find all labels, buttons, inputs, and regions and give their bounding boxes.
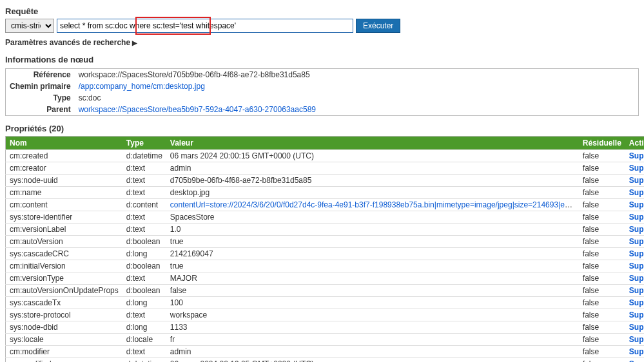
delete-link[interactable]: Supprimer [629,151,644,160]
delete-link[interactable]: Supprimer [629,335,644,344]
prop-type: d:long [122,248,166,260]
prop-type: d:content [122,199,166,211]
table-row: sys:node-uuidd:textd705b9be-06fb-4f68-ae… [6,175,645,187]
table-row: cm:autoVersionOnUpdatePropsd:booleanfals… [6,285,645,297]
prop-residual: false [579,321,625,334]
delete-link[interactable]: Supprimer [629,213,644,222]
prop-name: cm:created [6,150,122,162]
prop-residual: false [579,162,625,175]
delete-link[interactable]: Supprimer [629,225,644,234]
delete-link[interactable]: Supprimer [629,164,644,173]
prop-value: SpacesStore [166,211,579,224]
prop-value-link[interactable]: contentUrl=store://2024/3/6/20/0/f0d27d4… [170,200,579,209]
prop-residual: false [579,236,625,248]
prop-action: Supprimer [625,309,644,321]
query-title: Requête [5,6,639,16]
prop-action: Supprimer [625,150,644,162]
query-language-select[interactable]: cmis-strict [5,19,54,33]
node-path-link[interactable]: /app:company_home/cm:desktop.jpg [79,82,205,91]
delete-link[interactable]: Supprimer [629,359,644,362]
node-type-label: Type [6,92,75,104]
prop-residual: false [579,175,625,187]
table-row: cm:named:textdesktop.jpgfalseSupprimer [6,187,645,199]
node-ref-value: workspace://SpacesStore/d705b9be-06fb-4f… [75,69,320,81]
prop-value: d705b9be-06fb-4f68-ae72-b8fbe31d5a85 [166,175,579,187]
prop-action: Supprimer [625,175,644,187]
prop-value: false [166,285,579,297]
node-parent-label: Parent [6,104,75,115]
delete-link[interactable]: Supprimer [629,323,644,332]
prop-value: 100 [166,297,579,309]
node-path-label: Chemin primaire [6,81,75,92]
chevron-right-icon: ▶ [132,39,137,46]
prop-action: Supprimer [625,321,644,334]
prop-type: d:text [122,187,166,199]
prop-type: d:long [122,321,166,334]
prop-type: d:text [122,162,166,175]
prop-value: 1133 [166,321,579,334]
delete-link[interactable]: Supprimer [629,262,644,271]
node-info-table: Référence workspace://SpacesStore/d705b9… [6,69,320,115]
prop-residual: false [579,309,625,321]
prop-residual: false [579,334,625,346]
node-type-value: sc:doc [75,92,320,104]
prop-value: admin [166,162,579,175]
delete-link[interactable]: Supprimer [629,298,644,307]
prop-residual: false [579,211,625,224]
table-row: sys:localed:localefrfalseSupprimer [6,334,645,346]
delete-link[interactable]: Supprimer [629,237,644,246]
prop-action: Supprimer [625,334,644,346]
prop-name: sys:store-identifier [6,211,122,224]
prop-name: cm:creator [6,162,122,175]
delete-link[interactable]: Supprimer [629,310,644,319]
prop-residual: false [579,358,625,363]
prop-value: desktop.jpg [166,187,579,199]
properties-table: Nom Type Valeur Résiduelle Actions cm:cr… [5,136,644,362]
query-input[interactable] [57,19,353,33]
table-row: cm:contentd:contentcontentUrl=store://20… [6,199,645,211]
prop-action: Supprimer [625,187,644,199]
prop-type: d:boolean [122,260,166,272]
delete-link[interactable]: Supprimer [629,188,644,197]
prop-name: cm:name [6,187,122,199]
prop-name: sys:cascadeTx [6,297,122,309]
prop-value: true [166,236,579,248]
prop-residual: false [579,346,625,358]
prop-value: workspace [166,309,579,321]
delete-link[interactable]: Supprimer [629,200,644,209]
prop-value: 1.0 [166,224,579,236]
prop-residual: false [579,285,625,297]
delete-link[interactable]: Supprimer [629,176,644,185]
advanced-search-toggle[interactable]: Paramètres avancés de recherche ▶ [5,38,639,47]
delete-link[interactable]: Supprimer [629,286,644,295]
prop-name: cm:autoVersionOnUpdateProps [6,285,122,297]
prop-value: true [166,260,579,272]
table-row: cm:autoVersiond:booleantruefalseSupprime… [6,236,645,248]
delete-link[interactable]: Supprimer [629,249,644,258]
execute-button[interactable]: Exécuter [356,19,400,33]
table-row: sys:cascadeTxd:long100falseSupprimer [6,297,645,309]
prop-value: 2142169047 [166,248,579,260]
delete-link[interactable]: Supprimer [629,347,644,356]
prop-residual: false [579,224,625,236]
prop-action: Supprimer [625,224,644,236]
prop-action: Supprimer [625,199,644,211]
prop-residual: false [579,150,625,162]
table-row: sys:cascadeCRCd:long2142169047falseSuppr… [6,248,645,260]
prop-residual: false [579,297,625,309]
table-row: cm:creatord:textadminfalseSupprimer [6,162,645,175]
delete-link[interactable]: Supprimer [629,274,644,283]
table-row: sys:node-dbidd:long1133falseSupprimer [6,321,645,334]
col-actions: Actions [625,137,644,150]
prop-type: d:text [122,272,166,285]
prop-type: d:boolean [122,236,166,248]
prop-value: 06 mars 2024 20:19:05 GMT+0000 (UTC) [166,358,579,363]
node-parent-link[interactable]: workspace://SpacesStore/bea5b9b7-592a-40… [79,105,316,114]
prop-type: d:text [122,224,166,236]
prop-name: sys:locale [6,334,122,346]
prop-name: cm:modified [6,358,122,363]
prop-action: Supprimer [625,248,644,260]
table-row: cm:modifiedd:datetime06 mars 2024 20:19:… [6,358,645,363]
prop-name: sys:cascadeCRC [6,248,122,260]
prop-residual: false [579,272,625,285]
